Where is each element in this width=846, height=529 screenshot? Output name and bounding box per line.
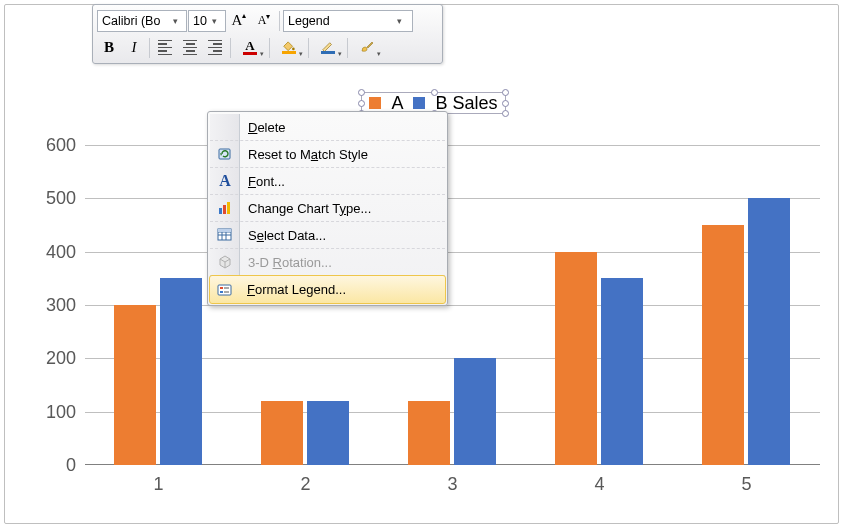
blank-icon (216, 118, 234, 136)
selection-handle[interactable] (431, 89, 438, 96)
selection-handle[interactable] (358, 89, 365, 96)
y-tick-label: 300 (46, 295, 76, 316)
x-tick-label: 1 (153, 474, 163, 495)
toolbar-separator (230, 38, 231, 58)
toolbar-separator (149, 38, 150, 58)
chart-element-value: Legend (284, 14, 392, 28)
dropdown-arrow-icon[interactable]: ▾ (392, 16, 406, 26)
font-family-value: Calibri (Bo (98, 14, 168, 28)
bar-container (85, 145, 820, 465)
menu-item-reset-style[interactable]: Reset to Match Style (210, 141, 445, 168)
dropdown-arrow-icon[interactable]: ▾ (377, 50, 381, 58)
bar-a[interactable] (555, 252, 597, 465)
svg-rect-12 (220, 287, 223, 289)
legend-swatch-a (369, 97, 381, 109)
dropdown-arrow-icon[interactable]: ▾ (260, 50, 264, 58)
dropdown-arrow-icon[interactable]: ▾ (168, 16, 182, 26)
y-tick-label: 100 (46, 401, 76, 422)
font-size-combo[interactable]: 10 ▾ (188, 10, 226, 32)
chart-element-combo[interactable]: Legend ▾ (283, 10, 413, 32)
align-left-button[interactable] (153, 36, 177, 60)
y-tick-label: 600 (46, 135, 76, 156)
align-right-button[interactable] (203, 36, 227, 60)
bar-a[interactable] (408, 401, 450, 465)
chart-type-icon (216, 199, 234, 217)
dropdown-arrow-icon[interactable]: ▾ (207, 16, 221, 26)
svg-rect-10 (218, 229, 231, 232)
y-tick-label: 500 (46, 188, 76, 209)
brush-icon (359, 38, 375, 57)
toolbar-separator (269, 38, 270, 58)
shape-effects-button[interactable]: ▾ (351, 36, 383, 60)
menu-item-change-chart-type[interactable]: Change Chart Type... (210, 195, 445, 222)
shape-fill-button[interactable]: ▾ (273, 36, 305, 60)
svg-rect-4 (227, 202, 230, 214)
x-tick-label: 4 (594, 474, 604, 495)
y-axis: 0100200300400500600 (30, 145, 80, 465)
font-icon: A (216, 172, 234, 190)
format-legend-icon (216, 281, 234, 299)
select-data-icon (216, 226, 234, 244)
bar-b-sales[interactable] (307, 401, 349, 465)
bold-button[interactable]: B (97, 36, 121, 60)
font-color-icon: A (243, 40, 257, 55)
menu-item-3d-rotation: 3-D Rotation... (210, 249, 445, 276)
mini-format-toolbar[interactable]: Calibri (Bo ▾ 10 ▾ A▴ A▾ Legend ▾ B I A … (92, 4, 443, 64)
toolbar-separator (279, 11, 280, 31)
menu-item-select-data[interactable]: Select Data... (210, 222, 445, 249)
y-tick-label: 0 (66, 455, 76, 476)
svg-rect-13 (220, 291, 223, 293)
shrink-font-button[interactable]: A▾ (252, 9, 276, 33)
font-color-button[interactable]: A ▾ (234, 36, 266, 60)
selection-handle[interactable] (358, 100, 365, 107)
shape-outline-button[interactable]: ▾ (312, 36, 344, 60)
x-tick-label: 3 (447, 474, 457, 495)
bar-b-sales[interactable] (454, 358, 496, 465)
bar-a[interactable] (702, 225, 744, 465)
legend-swatch-b (413, 97, 425, 109)
grow-font-button[interactable]: A▴ (227, 9, 251, 33)
selection-handle[interactable] (502, 100, 509, 107)
bar-b-sales[interactable] (160, 278, 202, 465)
y-tick-label: 400 (46, 241, 76, 262)
paint-bucket-icon (282, 41, 296, 55)
align-left-icon (158, 40, 172, 56)
x-tick-label: 2 (300, 474, 310, 495)
menu-item-font[interactable]: A Font... (210, 168, 445, 195)
toolbar-separator (308, 38, 309, 58)
x-tick-label: 5 (741, 474, 751, 495)
x-axis-labels: 12345 (85, 469, 820, 495)
align-right-icon (208, 40, 222, 56)
bar-b-sales[interactable] (748, 198, 790, 465)
pencil-icon (321, 41, 335, 55)
svg-rect-3 (223, 205, 226, 214)
toolbar-separator (347, 38, 348, 58)
svg-point-0 (292, 47, 295, 50)
dropdown-arrow-icon[interactable]: ▾ (338, 50, 342, 58)
y-tick-label: 200 (46, 348, 76, 369)
legend-context-menu[interactable]: Delete Reset to Match Style A Font... Ch… (207, 111, 448, 306)
dropdown-arrow-icon[interactable]: ▾ (299, 50, 303, 58)
bar-a[interactable] (114, 305, 156, 465)
selection-handle[interactable] (502, 110, 509, 117)
bar-a[interactable] (261, 401, 303, 465)
rotation-3d-icon (216, 253, 234, 271)
font-size-value: 10 (189, 14, 207, 28)
font-family-combo[interactable]: Calibri (Bo ▾ (97, 10, 187, 32)
menu-item-delete[interactable]: Delete (210, 114, 445, 141)
reset-style-icon (216, 145, 234, 163)
selection-handle[interactable] (502, 89, 509, 96)
bar-b-sales[interactable] (601, 278, 643, 465)
menu-item-format-legend[interactable]: Format Legend... (209, 275, 446, 304)
italic-button[interactable]: I (122, 36, 146, 60)
svg-rect-2 (219, 208, 222, 214)
svg-rect-11 (218, 285, 231, 295)
align-center-button[interactable] (178, 36, 202, 60)
align-center-icon (183, 40, 197, 56)
